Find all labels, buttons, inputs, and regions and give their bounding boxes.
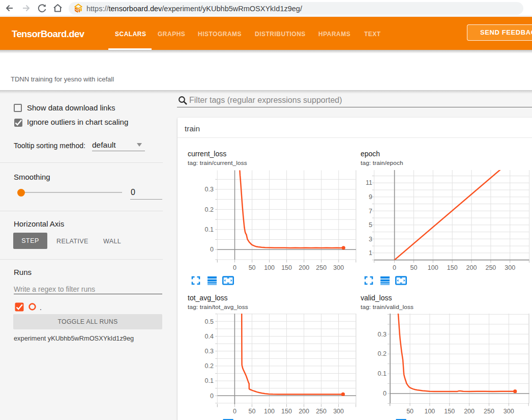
svg-text:300: 300 <box>504 408 514 415</box>
svg-text:0: 0 <box>393 264 396 271</box>
svg-text:150: 150 <box>444 408 455 415</box>
svg-text:150: 150 <box>281 408 292 415</box>
svg-text:250: 250 <box>485 264 496 271</box>
svg-text:300: 300 <box>333 264 344 271</box>
svg-text:50: 50 <box>248 408 255 415</box>
svg-text:100: 100 <box>264 264 275 271</box>
svg-text:0.3: 0.3 <box>205 348 214 355</box>
svg-text:50: 50 <box>410 264 418 271</box>
svg-text:300: 300 <box>505 264 515 271</box>
svg-text:200: 200 <box>464 408 475 415</box>
svg-text:5: 5 <box>369 221 372 229</box>
svg-text:11: 11 <box>366 179 372 186</box>
svg-text:50: 50 <box>406 408 413 415</box>
svg-text:250: 250 <box>484 408 494 415</box>
svg-text:200: 200 <box>466 264 477 271</box>
svg-text:0: 0 <box>233 264 237 271</box>
svg-text:0: 0 <box>210 393 214 400</box>
svg-text:0: 0 <box>383 390 387 397</box>
svg-text:0.2: 0.2 <box>378 350 387 357</box>
svg-text:300: 300 <box>333 408 344 415</box>
svg-text:9: 9 <box>369 193 372 201</box>
svg-text:0.5: 0.5 <box>205 318 214 325</box>
svg-text:0: 0 <box>233 408 237 415</box>
svg-text:0.1: 0.1 <box>205 226 214 233</box>
svg-text:3: 3 <box>369 236 372 243</box>
svg-text:150: 150 <box>281 264 292 271</box>
svg-text:50: 50 <box>249 264 256 271</box>
svg-text:250: 250 <box>316 264 327 271</box>
svg-text:0.3: 0.3 <box>205 186 214 193</box>
svg-text:0.1: 0.1 <box>205 377 214 384</box>
svg-text:0.2: 0.2 <box>205 206 214 213</box>
svg-text:0.2: 0.2 <box>205 362 214 370</box>
svg-text:0.3: 0.3 <box>378 331 387 338</box>
svg-text:200: 200 <box>299 264 309 271</box>
svg-text:250: 250 <box>316 408 327 415</box>
svg-text:150: 150 <box>447 264 458 271</box>
svg-text:100: 100 <box>264 408 275 415</box>
svg-text:0.1: 0.1 <box>378 370 387 377</box>
svg-text:100: 100 <box>424 408 435 415</box>
svg-text:0: 0 <box>210 246 214 253</box>
svg-text:1: 1 <box>369 249 372 257</box>
svg-text:7: 7 <box>369 208 372 215</box>
svg-text:200: 200 <box>299 408 309 415</box>
svg-text:100: 100 <box>428 264 438 271</box>
svg-text:0.4: 0.4 <box>205 333 214 340</box>
